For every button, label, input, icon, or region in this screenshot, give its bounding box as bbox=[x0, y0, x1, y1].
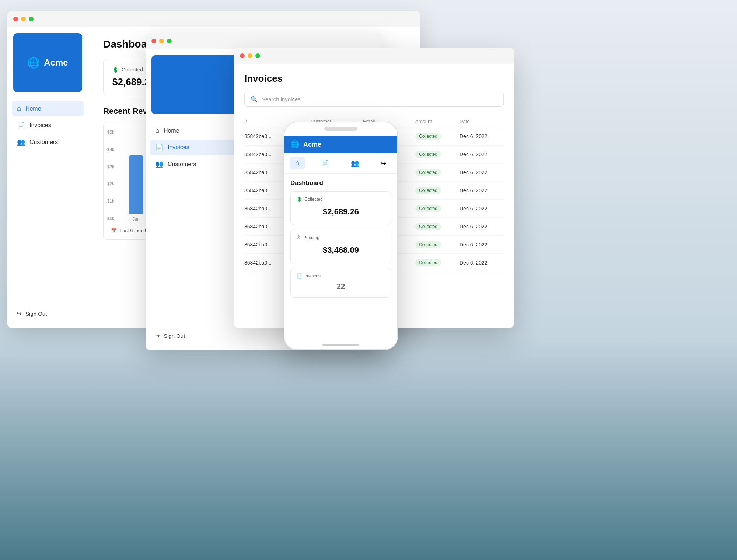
signout-button-back[interactable]: ↪ Sign Out bbox=[12, 307, 84, 321]
home-icon-mid: ⌂ bbox=[155, 127, 159, 134]
row-amount: Collected bbox=[415, 241, 460, 248]
sidebar-item-invoices-back[interactable]: 📄 Invoices bbox=[12, 118, 84, 133]
phone-content: Dashboard 💲 Collected $2,689.26 ⏱ Pendin… bbox=[284, 174, 397, 345]
phone-notch bbox=[324, 127, 357, 131]
phone-globe-icon: 🌐 bbox=[290, 140, 300, 149]
status-badge: Collected bbox=[415, 187, 441, 194]
phone-collected-label: 💲 Collected bbox=[297, 197, 385, 202]
nav-back: ⌂ Home 📄 Invoices 👥 Customers bbox=[7, 98, 88, 307]
signout-label-back: Sign Out bbox=[25, 311, 47, 317]
sidebar-item-customers-back[interactable]: 👥 Customers bbox=[12, 134, 84, 150]
home-label-back: Home bbox=[25, 105, 41, 112]
phone-nav-customers[interactable]: 👥 bbox=[345, 157, 365, 169]
status-badge: Collected bbox=[415, 259, 441, 266]
signout-area-back: ↪ Sign Out bbox=[7, 307, 88, 321]
phone-invoices-card: 📄 Invoices 22 bbox=[290, 268, 391, 298]
status-badge: Collected bbox=[415, 205, 441, 212]
phone-header: 🌐 Acme bbox=[284, 136, 397, 153]
row-date: Dec 6, 2022 bbox=[460, 133, 504, 139]
row-amount: Collected bbox=[415, 169, 460, 176]
logo-text-back: Acme bbox=[44, 57, 68, 68]
search-bar[interactable]: 🔍 Search invoices bbox=[244, 92, 504, 107]
maximize-button-right[interactable] bbox=[255, 53, 260, 58]
row-date: Dec 6, 2022 bbox=[460, 188, 504, 193]
dollar-circle-icon-back: 💲 bbox=[112, 67, 119, 73]
maximize-button-mid[interactable] bbox=[167, 39, 172, 43]
row-amount: Collected bbox=[415, 223, 460, 230]
phone-nav-signout[interactable]: ↪ bbox=[375, 157, 392, 169]
status-badge: Collected bbox=[415, 169, 441, 176]
phone-nav: ⌂ 📄 👥 ↪ bbox=[284, 153, 397, 174]
bar-jan-bar bbox=[129, 155, 143, 214]
row-amount: Collected bbox=[415, 259, 460, 266]
row-date: Dec 6, 2022 bbox=[460, 260, 504, 266]
bar-jan: Jan bbox=[129, 155, 143, 222]
row-amount: Collected bbox=[415, 151, 460, 158]
phone-nav-invoices[interactable]: 📄 bbox=[315, 157, 335, 169]
status-badge: Collected bbox=[415, 223, 441, 230]
home-icon-back: ⌂ bbox=[17, 105, 21, 112]
titlebar-right bbox=[234, 48, 514, 64]
signout-label-mid: Sign Out bbox=[164, 333, 185, 339]
minimize-button-mid[interactable] bbox=[159, 39, 164, 43]
phone-notch-bar bbox=[284, 122, 397, 136]
phone-nav-home[interactable]: ⌂ bbox=[290, 157, 305, 169]
globe-icon: 🌐 bbox=[27, 57, 40, 69]
invoices-page-title: Invoices bbox=[244, 73, 504, 84]
col-date: Date bbox=[460, 119, 504, 124]
phone-dollar-icon: 💲 bbox=[297, 197, 302, 202]
row-date: Dec 6, 2022 bbox=[460, 224, 504, 230]
phone-pending-value: $3,468.09 bbox=[297, 242, 385, 258]
signout-icon-mid: ↪ bbox=[155, 332, 160, 339]
invoices-label-back: Invoices bbox=[29, 122, 51, 129]
row-date: Dec 6, 2022 bbox=[460, 206, 504, 211]
phone-invoice-icon: 📄 bbox=[297, 273, 302, 279]
row-amount: Collected bbox=[415, 205, 460, 212]
row-amount: Collected bbox=[415, 133, 460, 140]
col-amount: Amount bbox=[415, 119, 460, 124]
invoices-icon-back: 📄 bbox=[17, 121, 25, 129]
bar-jan-label: Jan bbox=[132, 217, 139, 222]
customers-label-back: Customers bbox=[29, 139, 58, 146]
search-icon: 🔍 bbox=[251, 96, 258, 103]
row-amount: Collected bbox=[415, 187, 460, 194]
row-date: Dec 6, 2022 bbox=[460, 169, 504, 175]
home-label-mid: Home bbox=[164, 127, 179, 134]
status-badge: Collected bbox=[415, 241, 441, 248]
phone-pending-label: ⏱ Pending bbox=[297, 235, 385, 240]
status-badge: Collected bbox=[415, 151, 441, 158]
minimize-button-right[interactable] bbox=[248, 53, 252, 58]
signout-icon-back: ↪ bbox=[17, 310, 22, 317]
customers-label-mid: Customers bbox=[168, 161, 196, 168]
close-button-right[interactable] bbox=[240, 53, 245, 58]
phone-invoices-label: 📄 Invoices bbox=[297, 273, 385, 279]
phone-home-indicator bbox=[322, 344, 359, 346]
phone-logo-text: Acme bbox=[303, 141, 321, 148]
sidebar-item-home-back[interactable]: ⌂ Home bbox=[12, 101, 84, 116]
titlebar-mid bbox=[146, 33, 381, 49]
phone-collected-value: $2,689.26 bbox=[297, 204, 385, 220]
maximize-button[interactable] bbox=[29, 17, 34, 21]
phone-pending-card: ⏱ Pending $3,468.09 bbox=[290, 230, 391, 263]
status-badge: Collected bbox=[415, 133, 441, 140]
phone-clock-icon: ⏱ bbox=[297, 235, 301, 240]
phone-dashboard-title: Dashboard bbox=[290, 179, 391, 187]
logo-back: 🌐 Acme bbox=[13, 33, 82, 92]
invoices-label-mid: Invoices bbox=[168, 144, 189, 151]
calendar-icon-back: 📅 bbox=[111, 228, 117, 233]
minimize-button[interactable] bbox=[21, 17, 26, 21]
phone-invoices-count: 22 bbox=[297, 281, 385, 292]
close-button[interactable] bbox=[13, 17, 18, 21]
row-date: Dec 6, 2022 bbox=[460, 151, 504, 157]
sidebar-back: 🌐 Acme ⌂ Home 📄 Invoices 👥 Customers bbox=[7, 27, 88, 328]
row-date: Dec 6, 2022 bbox=[460, 242, 504, 248]
customers-icon-back: 👥 bbox=[17, 138, 25, 146]
chart-y-labels-back: $5k $4k $3k $2k $1k $0k bbox=[107, 130, 114, 221]
titlebar-back bbox=[7, 11, 420, 27]
invoices-icon-mid: 📄 bbox=[155, 143, 163, 151]
close-button-mid[interactable] bbox=[151, 39, 156, 43]
phone-collected-card: 💲 Collected $2,689.26 bbox=[290, 191, 391, 225]
search-placeholder: Search invoices bbox=[262, 96, 301, 102]
customers-icon-mid: 👥 bbox=[155, 160, 163, 168]
phone-mockup: 🌐 Acme ⌂ 📄 👥 ↪ Dashboard 💲 Collected $2,… bbox=[284, 122, 398, 350]
